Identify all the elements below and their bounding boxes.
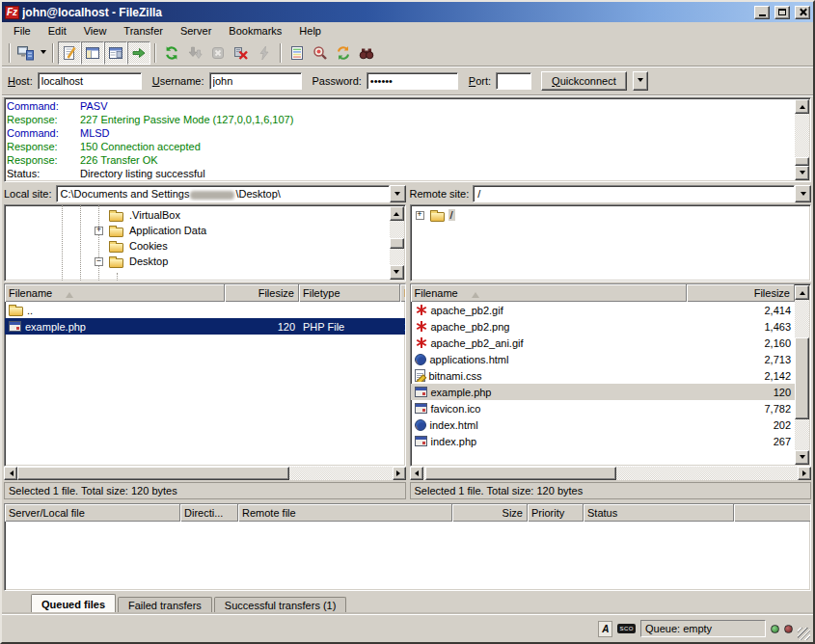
tree-item-virtualbox[interactable]: .VirtualBox <box>5 207 405 223</box>
quickconnect-button[interactable]: Quickconnect <box>541 71 627 91</box>
column-header-filename[interactable]: Filename <box>411 284 687 302</box>
local-site-combo[interactable]: C:\Documents and Settings\Desktop\ <box>56 185 406 202</box>
tab-successful-transfers[interactable]: Successful transfers (1) <box>214 597 347 614</box>
site-manager-dropdown[interactable] <box>38 41 48 65</box>
process-queue-button[interactable] <box>183 41 206 65</box>
file-row-parent-dir[interactable]: .. <box>5 302 405 318</box>
toggle-remote-tree-button[interactable] <box>104 41 127 65</box>
file-row-example-php[interactable]: example.php 120 PHP File 1 <box>5 318 405 335</box>
column-header-direction[interactable]: Directi... <box>180 504 238 522</box>
toggle-message-log-button[interactable] <box>58 41 81 65</box>
password-input[interactable] <box>367 72 458 90</box>
column-header-filesize[interactable]: Filesize <box>687 284 796 302</box>
log-scrollbar[interactable] <box>795 99 809 180</box>
file-row[interactable]: index.html 202 <box>411 416 796 433</box>
directory-comparison-button[interactable] <box>309 41 332 65</box>
scroll-down-button[interactable] <box>795 450 809 465</box>
local-tree-scrollbar[interactable] <box>390 206 404 280</box>
remote-path[interactable]: / <box>473 185 795 202</box>
tab-failed-transfers[interactable]: Failed transfers <box>118 597 212 614</box>
file-size: 120 <box>774 387 791 398</box>
local-path[interactable]: C:\Documents and Settings\Desktop\ <box>56 185 390 202</box>
toolbar-separator <box>280 43 282 63</box>
local-path-dropdown[interactable] <box>390 185 406 202</box>
file-row[interactable]: favicon.ico 7,782 <box>411 400 796 416</box>
toolbar-separator <box>154 43 156 63</box>
scroll-up-button[interactable] <box>390 206 404 221</box>
filter-button[interactable] <box>285 41 309 65</box>
remote-list-scrollbar[interactable] <box>795 285 809 465</box>
scroll-down-button[interactable] <box>390 265 404 280</box>
scroll-thumb[interactable] <box>795 157 809 166</box>
scroll-left-button[interactable] <box>4 467 17 480</box>
close-button[interactable] <box>795 6 810 19</box>
data-type-indicator[interactable]: A <box>598 621 612 637</box>
scroll-thumb[interactable] <box>795 337 809 419</box>
local-hscrollbar[interactable] <box>4 467 406 480</box>
scroll-down-button[interactable] <box>795 166 809 180</box>
menu-edit[interactable]: Edit <box>40 23 75 39</box>
menu-transfer[interactable]: Transfer <box>115 23 172 39</box>
toggle-local-tree-button[interactable] <box>81 41 104 65</box>
column-header-remote-file[interactable]: Remote file <box>238 504 452 522</box>
file-row[interactable]: index.php 267 <box>411 433 796 449</box>
disconnect-button[interactable] <box>230 41 253 65</box>
username-input[interactable] <box>209 72 302 90</box>
column-header-last-modified[interactable]: L <box>400 284 406 302</box>
scroll-thumb[interactable] <box>17 467 289 480</box>
scroll-right-button[interactable] <box>393 467 406 480</box>
synchronized-browsing-button[interactable] <box>332 41 355 65</box>
column-header-filetype[interactable]: Filetype <box>299 284 400 302</box>
toggle-queue-button[interactable] <box>127 41 150 65</box>
maximize-button[interactable] <box>774 6 790 19</box>
file-row[interactable]: bitnami.css 2,142 <box>411 367 796 384</box>
cancel-operation-button[interactable] <box>206 41 230 65</box>
column-header-filesize[interactable]: Filesize <box>225 284 299 302</box>
collapse-minus-icon[interactable]: − <box>95 257 103 266</box>
scroll-thumb[interactable] <box>425 467 616 480</box>
menu-bookmarks[interactable]: Bookmarks <box>220 23 290 39</box>
find-files-button[interactable] <box>355 41 378 65</box>
expand-plus-icon[interactable]: + <box>95 227 103 235</box>
port-input[interactable] <box>496 72 531 90</box>
tree-item-cookies[interactable]: Cookies <box>5 238 405 254</box>
minimize-button[interactable] <box>754 6 770 19</box>
file-row-selected[interactable]: example.php 120 <box>411 384 796 400</box>
quickconnect-dropdown[interactable] <box>633 71 648 91</box>
scroll-thumb[interactable] <box>390 238 404 249</box>
arrow-left-icon <box>7 470 14 476</box>
file-row[interactable]: apache_pb2.png 1,463 <box>411 318 796 335</box>
tree-item-root[interactable]: +/ <box>411 207 811 223</box>
scroll-up-button[interactable] <box>795 99 809 114</box>
resize-grip[interactable] <box>798 628 810 640</box>
column-header-priority[interactable]: Priority <box>528 504 584 522</box>
host-input[interactable] <box>38 72 142 90</box>
menu-help[interactable]: Help <box>290 23 330 39</box>
speed-limit-indicator[interactable]: SCO <box>617 624 636 633</box>
scroll-right-button[interactable] <box>798 467 811 480</box>
tab-queued-files[interactable]: Queued files <box>31 594 116 614</box>
file-row[interactable]: apache_pb2.gif 2,414 <box>411 302 796 318</box>
tree-item-application-data[interactable]: +Application Data <box>5 223 405 238</box>
expand-plus-icon[interactable]: + <box>416 211 424 220</box>
remote-path-dropdown[interactable] <box>795 185 811 202</box>
menu-file[interactable]: File <box>5 23 40 39</box>
site-manager-button[interactable] <box>14 41 38 65</box>
reconnect-button[interactable] <box>253 41 276 65</box>
menu-server[interactable]: Server <box>172 23 220 39</box>
remote-site-combo[interactable]: / <box>473 185 811 202</box>
image-file-icon <box>415 304 427 316</box>
column-header-size[interactable]: Size <box>452 504 528 522</box>
column-header-status[interactable]: Status <box>584 504 734 522</box>
scroll-left-button[interactable] <box>410 467 423 480</box>
column-header-server-local-file[interactable]: Server/Local file <box>5 504 180 522</box>
refresh-button[interactable] <box>160 41 183 65</box>
file-row[interactable]: apache_pb2_ani.gif 2,160 <box>411 335 796 351</box>
tree-item-desktop[interactable]: −Desktop <box>5 254 405 269</box>
column-header-filename[interactable]: Filename <box>5 284 225 302</box>
file-row[interactable]: applications.html 2,713 <box>411 351 796 367</box>
remote-hscrollbar[interactable] <box>410 467 812 480</box>
scroll-up-button[interactable] <box>795 285 809 300</box>
menu-view[interactable]: View <box>75 23 116 39</box>
chevron-down-icon <box>801 192 806 199</box>
